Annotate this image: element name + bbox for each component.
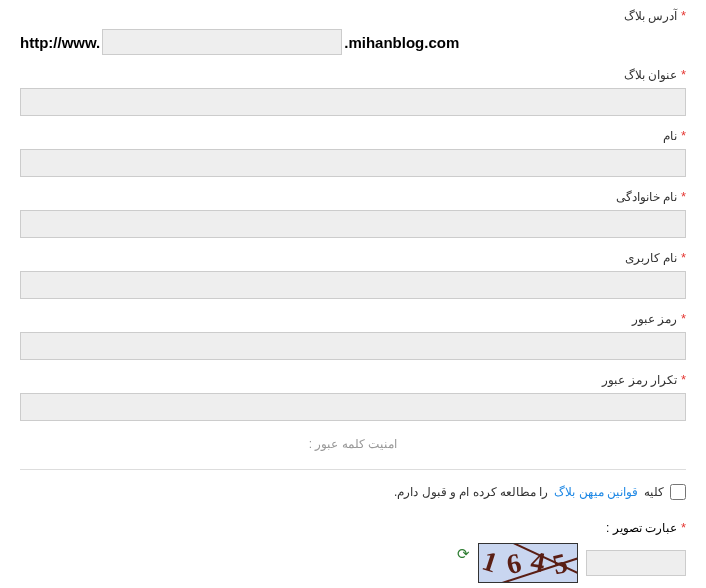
last-name-group: * نام خانوادگی xyxy=(20,189,686,238)
label-text: عنوان بلاگ xyxy=(624,68,677,82)
label-text: نام xyxy=(663,129,677,143)
terms-pre-text: کلیه xyxy=(644,485,664,499)
blog-title-group: * عنوان بلاگ xyxy=(20,67,686,116)
blog-title-input[interactable] xyxy=(20,88,686,116)
first-name-group: * نام xyxy=(20,128,686,177)
label-text: تکرار رمز عبور xyxy=(602,373,677,387)
blog-address-input[interactable] xyxy=(102,29,342,55)
password-group: * رمز عبور xyxy=(20,311,686,360)
label-text: رمز عبور xyxy=(632,312,677,326)
blog-address-label: * آدرس بلاگ xyxy=(20,8,686,23)
captcha-row: 1 6 4 5 ⟳ xyxy=(20,543,686,583)
divider xyxy=(20,469,686,470)
last-name-input[interactable] xyxy=(20,210,686,238)
first-name-input[interactable] xyxy=(20,149,686,177)
password-confirm-label: * تکرار رمز عبور xyxy=(20,372,686,387)
required-mark: * xyxy=(681,128,686,143)
required-mark: * xyxy=(681,8,686,23)
required-mark: * xyxy=(681,250,686,265)
required-mark: * xyxy=(681,311,686,326)
username-label: * نام کاربری xyxy=(20,250,686,265)
password-confirm-group: * تکرار رمز عبور xyxy=(20,372,686,421)
url-suffix: .mihanblog.com xyxy=(344,34,459,51)
password-confirm-input[interactable] xyxy=(20,393,686,421)
label-text: نام خانوادگی xyxy=(616,190,677,204)
last-name-label: * نام خانوادگی xyxy=(20,189,686,204)
password-input[interactable] xyxy=(20,332,686,360)
password-strength-hint: امنیت کلمه عبور : xyxy=(20,437,686,451)
label-text: آدرس بلاگ xyxy=(624,9,677,23)
captcha-image: 1 6 4 5 xyxy=(478,543,578,583)
captcha-label: * عبارت تصویر : xyxy=(20,520,686,535)
first-name-label: * نام xyxy=(20,128,686,143)
required-mark: * xyxy=(681,67,686,82)
blog-title-label: * عنوان بلاگ xyxy=(20,67,686,82)
registration-form: * آدرس بلاگ .mihanblog.com http://www. *… xyxy=(0,0,706,588)
label-text: عبارت تصویر : xyxy=(606,521,677,535)
captcha-char: 5 xyxy=(549,547,570,581)
required-mark: * xyxy=(681,372,686,387)
captcha-char: 1 xyxy=(478,545,501,580)
label-text: نام کاربری xyxy=(625,251,677,265)
username-group: * نام کاربری xyxy=(20,250,686,299)
required-mark: * xyxy=(681,520,686,535)
refresh-icon[interactable]: ⟳ xyxy=(454,545,470,561)
terms-checkbox[interactable] xyxy=(670,484,686,500)
captcha-input[interactable] xyxy=(586,550,686,576)
captcha-char: 6 xyxy=(504,547,524,581)
blog-url-row: .mihanblog.com http://www. xyxy=(20,29,686,55)
username-input[interactable] xyxy=(20,271,686,299)
terms-row: کلیه قوانین میهن بلاگ را مطالعه کرده ام … xyxy=(20,484,686,500)
captcha-section: * عبارت تصویر : 1 6 4 5 ⟳ xyxy=(20,520,686,583)
required-mark: * xyxy=(681,189,686,204)
blog-address-group: * آدرس بلاگ .mihanblog.com http://www. xyxy=(20,8,686,55)
terms-link[interactable]: قوانین میهن بلاگ xyxy=(554,485,638,499)
terms-post-text: را مطالعه کرده ام و قبول دارم. xyxy=(394,485,548,499)
password-label: * رمز عبور xyxy=(20,311,686,326)
url-prefix: http://www. xyxy=(20,34,100,51)
